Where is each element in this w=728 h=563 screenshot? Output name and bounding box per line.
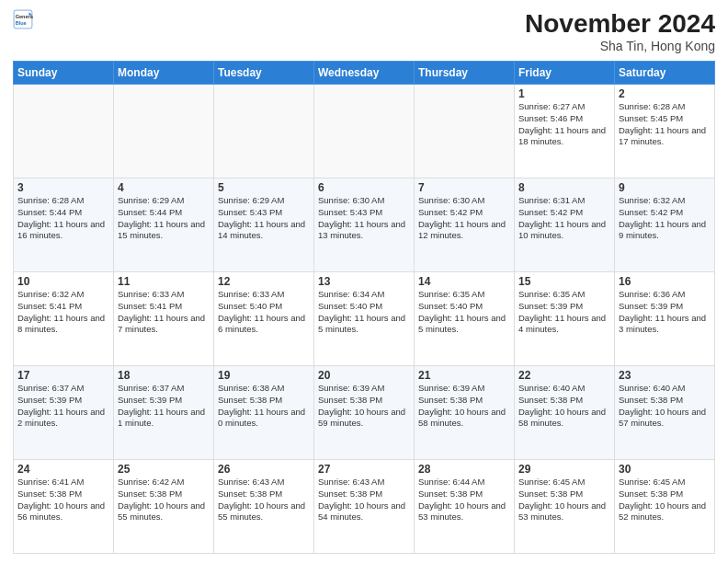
header-sunday: Sunday — [14, 62, 114, 85]
day-number: 14 — [418, 275, 510, 288]
calendar-cell — [314, 85, 415, 178]
day-info: Sunrise: 6:40 AM Sunset: 5:38 PM Dayligh… — [518, 383, 610, 430]
calendar-cell: 15Sunrise: 6:35 AM Sunset: 5:39 PM Dayli… — [515, 272, 615, 366]
calendar-cell: 23Sunrise: 6:40 AM Sunset: 5:38 PM Dayli… — [615, 366, 715, 460]
day-info: Sunrise: 6:45 AM Sunset: 5:38 PM Dayligh… — [619, 477, 711, 523]
calendar-cell: 2Sunrise: 6:28 AM Sunset: 5:45 PM Daylig… — [615, 85, 715, 178]
day-number: 12 — [218, 275, 310, 288]
calendar-cell: 6Sunrise: 6:30 AM Sunset: 5:43 PM Daylig… — [314, 178, 415, 272]
day-info: Sunrise: 6:37 AM Sunset: 5:39 PM Dayligh… — [17, 383, 109, 430]
day-info: Sunrise: 6:41 AM Sunset: 5:38 PM Dayligh… — [17, 477, 109, 523]
calendar-cell: 9Sunrise: 6:32 AM Sunset: 5:42 PM Daylig… — [615, 178, 715, 272]
day-info: Sunrise: 6:43 AM Sunset: 5:38 PM Dayligh… — [318, 477, 410, 523]
calendar-cell: 11Sunrise: 6:33 AM Sunset: 5:41 PM Dayli… — [114, 272, 214, 366]
day-info: Sunrise: 6:31 AM Sunset: 5:42 PM Dayligh… — [518, 195, 610, 242]
calendar-title: November 2024 — [525, 9, 715, 39]
calendar-cell: 27Sunrise: 6:43 AM Sunset: 5:38 PM Dayli… — [314, 460, 415, 554]
day-number: 29 — [518, 463, 610, 476]
calendar-cell — [114, 85, 214, 178]
calendar-cell: 12Sunrise: 6:33 AM Sunset: 5:40 PM Dayli… — [214, 272, 314, 366]
day-number: 11 — [118, 275, 210, 288]
logo: General Blue — [13, 9, 33, 29]
day-number: 15 — [518, 275, 610, 288]
calendar-cell: 3Sunrise: 6:28 AM Sunset: 5:44 PM Daylig… — [14, 178, 114, 272]
day-number: 5 — [218, 181, 310, 194]
page: General Blue November 2024 Sha Tin, Hong… — [0, 0, 728, 563]
day-info: Sunrise: 6:45 AM Sunset: 5:38 PM Dayligh… — [518, 477, 610, 523]
weekday-header-row: Sunday Monday Tuesday Wednesday Thursday… — [14, 62, 715, 85]
day-info: Sunrise: 6:30 AM Sunset: 5:43 PM Dayligh… — [318, 195, 410, 242]
day-info: Sunrise: 6:36 AM Sunset: 5:39 PM Dayligh… — [619, 289, 711, 336]
day-info: Sunrise: 6:32 AM Sunset: 5:41 PM Dayligh… — [17, 289, 109, 336]
day-number: 26 — [218, 463, 310, 476]
calendar-cell: 17Sunrise: 6:37 AM Sunset: 5:39 PM Dayli… — [14, 366, 114, 460]
day-number: 22 — [518, 369, 610, 382]
day-number: 17 — [17, 369, 109, 382]
header-tuesday: Tuesday — [214, 62, 314, 85]
calendar-cell: 21Sunrise: 6:39 AM Sunset: 5:38 PM Dayli… — [415, 366, 515, 460]
day-info: Sunrise: 6:33 AM Sunset: 5:41 PM Dayligh… — [118, 289, 210, 336]
calendar-week-3: 17Sunrise: 6:37 AM Sunset: 5:39 PM Dayli… — [14, 366, 715, 460]
calendar-cell — [14, 85, 114, 178]
day-info: Sunrise: 6:39 AM Sunset: 5:38 PM Dayligh… — [318, 383, 410, 430]
calendar-cell: 22Sunrise: 6:40 AM Sunset: 5:38 PM Dayli… — [515, 366, 615, 460]
calendar-cell: 7Sunrise: 6:30 AM Sunset: 5:42 PM Daylig… — [415, 178, 515, 272]
day-number: 25 — [118, 463, 210, 476]
day-number: 28 — [418, 463, 510, 476]
day-number: 13 — [318, 275, 410, 288]
calendar-cell: 29Sunrise: 6:45 AM Sunset: 5:38 PM Dayli… — [515, 460, 615, 554]
logo-icon: General Blue — [13, 9, 33, 29]
calendar-week-0: 1Sunrise: 6:27 AM Sunset: 5:46 PM Daylig… — [14, 85, 715, 178]
calendar-cell: 20Sunrise: 6:39 AM Sunset: 5:38 PM Dayli… — [314, 366, 415, 460]
day-number: 3 — [17, 181, 109, 194]
calendar-cell — [415, 85, 515, 178]
day-info: Sunrise: 6:42 AM Sunset: 5:38 PM Dayligh… — [118, 477, 210, 523]
day-info: Sunrise: 6:37 AM Sunset: 5:39 PM Dayligh… — [118, 383, 210, 430]
day-info: Sunrise: 6:27 AM Sunset: 5:46 PM Dayligh… — [518, 101, 610, 148]
day-info: Sunrise: 6:32 AM Sunset: 5:42 PM Dayligh… — [619, 195, 711, 242]
header-wednesday: Wednesday — [314, 62, 415, 85]
calendar-cell: 26Sunrise: 6:43 AM Sunset: 5:38 PM Dayli… — [214, 460, 314, 554]
calendar-cell: 18Sunrise: 6:37 AM Sunset: 5:39 PM Dayli… — [114, 366, 214, 460]
calendar-cell: 13Sunrise: 6:34 AM Sunset: 5:40 PM Dayli… — [314, 272, 415, 366]
day-number: 30 — [619, 463, 711, 476]
day-info: Sunrise: 6:28 AM Sunset: 5:44 PM Dayligh… — [17, 195, 109, 242]
day-number: 16 — [619, 275, 711, 288]
header-monday: Monday — [114, 62, 214, 85]
day-number: 7 — [418, 181, 510, 194]
calendar-cell: 5Sunrise: 6:29 AM Sunset: 5:43 PM Daylig… — [214, 178, 314, 272]
day-info: Sunrise: 6:33 AM Sunset: 5:40 PM Dayligh… — [218, 289, 310, 336]
calendar-cell: 8Sunrise: 6:31 AM Sunset: 5:42 PM Daylig… — [515, 178, 615, 272]
day-info: Sunrise: 6:44 AM Sunset: 5:38 PM Dayligh… — [418, 477, 510, 523]
calendar-cell: 16Sunrise: 6:36 AM Sunset: 5:39 PM Dayli… — [615, 272, 715, 366]
calendar-cell: 25Sunrise: 6:42 AM Sunset: 5:38 PM Dayli… — [114, 460, 214, 554]
day-info: Sunrise: 6:30 AM Sunset: 5:42 PM Dayligh… — [418, 195, 510, 242]
day-number: 9 — [619, 181, 711, 194]
header-saturday: Saturday — [615, 62, 715, 85]
day-number: 27 — [318, 463, 410, 476]
calendar-cell: 28Sunrise: 6:44 AM Sunset: 5:38 PM Dayli… — [415, 460, 515, 554]
calendar-cell: 30Sunrise: 6:45 AM Sunset: 5:38 PM Dayli… — [615, 460, 715, 554]
day-number: 6 — [318, 181, 410, 194]
calendar-cell: 14Sunrise: 6:35 AM Sunset: 5:40 PM Dayli… — [415, 272, 515, 366]
day-number: 23 — [619, 369, 711, 382]
calendar-cell: 19Sunrise: 6:38 AM Sunset: 5:38 PM Dayli… — [214, 366, 314, 460]
day-info: Sunrise: 6:34 AM Sunset: 5:40 PM Dayligh… — [318, 289, 410, 336]
header-friday: Friday — [515, 62, 615, 85]
header-thursday: Thursday — [415, 62, 515, 85]
day-info: Sunrise: 6:40 AM Sunset: 5:38 PM Dayligh… — [619, 383, 711, 430]
day-info: Sunrise: 6:35 AM Sunset: 5:40 PM Dayligh… — [418, 289, 510, 336]
calendar-cell: 4Sunrise: 6:29 AM Sunset: 5:44 PM Daylig… — [114, 178, 214, 272]
day-info: Sunrise: 6:29 AM Sunset: 5:43 PM Dayligh… — [218, 195, 310, 242]
calendar-cell: 24Sunrise: 6:41 AM Sunset: 5:38 PM Dayli… — [14, 460, 114, 554]
day-number: 24 — [17, 463, 109, 476]
day-info: Sunrise: 6:29 AM Sunset: 5:44 PM Dayligh… — [118, 195, 210, 242]
calendar-subtitle: Sha Tin, Hong Kong — [525, 39, 715, 53]
day-info: Sunrise: 6:38 AM Sunset: 5:38 PM Dayligh… — [218, 383, 310, 430]
day-number: 20 — [318, 369, 410, 382]
calendar-cell — [214, 85, 314, 178]
day-info: Sunrise: 6:28 AM Sunset: 5:45 PM Dayligh… — [619, 101, 711, 148]
day-info: Sunrise: 6:39 AM Sunset: 5:38 PM Dayligh… — [418, 383, 510, 430]
day-number: 1 — [518, 87, 610, 100]
day-info: Sunrise: 6:35 AM Sunset: 5:39 PM Dayligh… — [518, 289, 610, 336]
